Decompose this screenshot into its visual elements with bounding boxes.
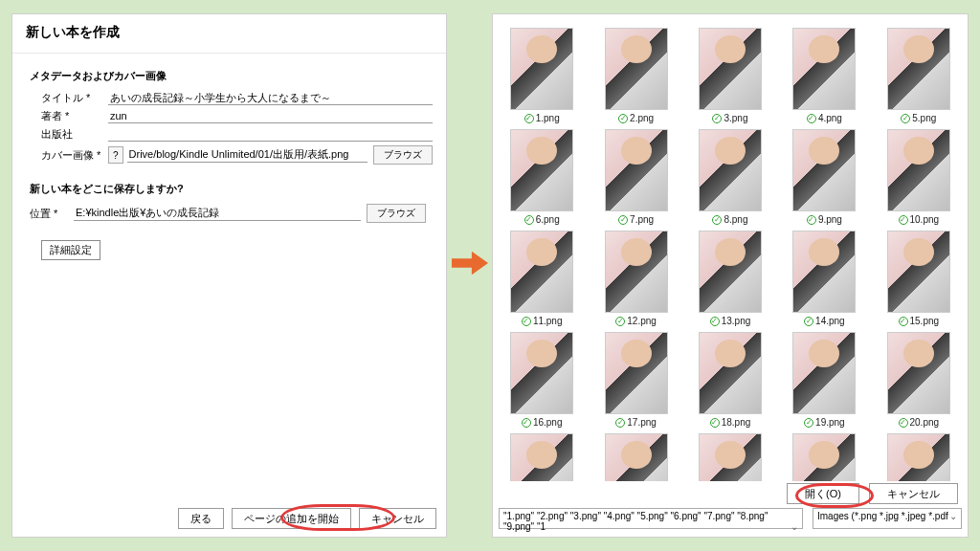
thumbnail-item[interactable]: ✓1.png	[499, 28, 585, 123]
check-icon: ✓	[804, 317, 813, 326]
title-input[interactable]	[108, 91, 433, 105]
thumbnail-image	[510, 231, 573, 313]
publisher-row: 出版社	[41, 127, 433, 142]
thumbnail-filename: 8.png	[724, 214, 747, 225]
thumbnail-item[interactable]: ✓5.png	[876, 28, 962, 123]
file-dialog-inputs: "1.png" "2.png" "3.png" "4.png" "5.png" …	[499, 508, 962, 529]
open-button[interactable]: 開く(O)	[787, 483, 859, 504]
thumbnail-label: ✓4.png	[807, 113, 842, 123]
check-icon: ✓	[804, 418, 813, 428]
thumbnail-image	[887, 231, 950, 313]
check-icon: ✓	[712, 114, 722, 123]
thumbnail-image	[792, 28, 856, 110]
file-cancel-button[interactable]: キャンセル	[869, 483, 958, 504]
arrow-icon	[452, 249, 488, 277]
thumbnail-image	[605, 433, 668, 481]
thumbnail-label: ✓2.png	[618, 113, 654, 123]
location-input[interactable]	[74, 207, 361, 221]
thumbnail-label: ✓13.png	[710, 316, 751, 326]
cancel-button[interactable]: キャンセル	[359, 508, 436, 529]
check-icon: ✓	[522, 418, 531, 428]
author-row: 著者 *	[41, 109, 433, 123]
thumbnail-image	[887, 433, 950, 481]
thumbnail-filename: 17.png	[627, 417, 657, 428]
location-row: 位置 * ブラウズ	[30, 204, 433, 223]
publisher-input[interactable]	[108, 127, 433, 142]
thumbnail-item[interactable]: ✓11.png	[499, 231, 585, 326]
thumbnail-image	[792, 129, 856, 211]
thumbnail-label: ✓17.png	[615, 417, 657, 428]
thumbnail-item[interactable]: ✓16.png	[499, 332, 585, 428]
thumbnail-item[interactable]: ✓18.png	[687, 332, 773, 428]
start-add-pages-button[interactable]: ページの追加を開始	[232, 508, 351, 529]
check-icon: ✓	[899, 418, 908, 428]
thumbnail-label: ✓14.png	[804, 316, 845, 326]
cover-label: カバー画像 *	[41, 148, 108, 163]
thumbnail-item[interactable]: ✓6.png	[499, 129, 585, 225]
thumbnail-filename: 12.png	[627, 316, 657, 326]
thumbnail-image	[510, 28, 573, 110]
thumbnail-image	[510, 129, 573, 211]
thumbnail-label: ✓11.png	[522, 316, 563, 326]
thumbnail-item[interactable]: ✓9.png	[781, 129, 867, 225]
thumbnail-label: ✓20.png	[899, 417, 940, 428]
thumbnail-item[interactable]: ✓22.png	[592, 433, 679, 481]
file-dialog-buttons: 開く(O) キャンセル	[787, 483, 958, 504]
thumbnail-image	[699, 231, 762, 313]
thumbnail-item[interactable]: ✓4.png	[781, 28, 867, 123]
thumbnail-image	[510, 332, 573, 414]
thumbnail-item[interactable]: ✓25.png	[876, 433, 962, 481]
thumbnail-item[interactable]: ✓2.png	[592, 28, 679, 123]
thumbnail-item[interactable]: ✓7.png	[592, 129, 679, 225]
check-icon: ✓	[615, 317, 625, 326]
thumbnail-image	[605, 231, 668, 313]
thumbnail-filename: 5.png	[912, 113, 936, 123]
check-icon: ✓	[524, 114, 534, 123]
check-icon: ✓	[618, 215, 628, 225]
thumbnail-item[interactable]: ✓12.png	[592, 231, 679, 326]
location-browse-button[interactable]: ブラウズ	[367, 204, 426, 223]
thumbnail-image	[699, 28, 762, 110]
cover-browse-button[interactable]: ブラウズ	[373, 145, 433, 165]
thumbnail-image	[605, 28, 668, 110]
publisher-label: 出版社	[41, 127, 108, 142]
thumbnail-item[interactable]: ✓15.png	[876, 231, 962, 326]
cover-row: カバー画像 * ? ブラウズ	[41, 145, 433, 165]
check-icon: ✓	[899, 317, 908, 326]
thumbnail-image	[699, 433, 762, 481]
thumbnail-filename: 6.png	[536, 214, 560, 225]
thumbnail-item[interactable]: ✓23.png	[687, 433, 773, 481]
thumbnail-image	[699, 129, 762, 211]
advanced-settings-button[interactable]: 詳細設定	[41, 240, 100, 260]
thumbnail-filename: 3.png	[724, 113, 747, 123]
file-open-dialog: ✓1.png✓2.png✓3.png✓4.png✓5.png✓6.png✓7.p…	[492, 13, 969, 538]
thumbnail-label: ✓3.png	[712, 113, 747, 123]
title-row: タイトル *	[41, 91, 433, 105]
cover-help-button[interactable]: ?	[108, 146, 123, 164]
thumbnail-item[interactable]: ✓21.png	[499, 433, 585, 481]
dialog-footer: 戻る ページの追加を開始 キャンセル	[22, 500, 436, 529]
check-icon: ✓	[524, 215, 534, 225]
thumbnail-item[interactable]: ✓20.png	[876, 332, 962, 428]
thumbnail-item[interactable]: ✓24.png	[781, 433, 867, 481]
thumbnail-item[interactable]: ✓14.png	[781, 231, 867, 326]
cover-input[interactable]	[127, 148, 368, 163]
thumbnail-item[interactable]: ✓10.png	[876, 129, 962, 225]
filetype-filter[interactable]: Images (*.png *.jpg *.jpeg *.pdf	[813, 508, 962, 529]
thumbnail-image	[887, 332, 950, 414]
thumbnail-image	[792, 231, 856, 313]
thumbnail-filename: 9.png	[818, 214, 842, 225]
thumbnail-item[interactable]: ✓19.png	[781, 332, 867, 428]
thumbnail-item[interactable]: ✓17.png	[592, 332, 679, 428]
thumbnail-filename: 1.png	[536, 113, 560, 123]
thumbnail-filename: 10.png	[910, 214, 940, 225]
create-book-dialog: 新しい本を作成 メタデータおよびカバー画像 タイトル * 著者 * 出版社 カバ…	[11, 13, 447, 538]
thumbnail-item[interactable]: ✓8.png	[687, 129, 773, 225]
back-button[interactable]: 戻る	[178, 508, 224, 529]
metadata-section-header: メタデータおよびカバー画像	[30, 69, 433, 83]
author-input[interactable]	[108, 109, 433, 123]
thumbnail-label: ✓5.png	[901, 113, 936, 123]
thumbnail-item[interactable]: ✓3.png	[687, 28, 773, 123]
thumbnail-item[interactable]: ✓13.png	[687, 231, 773, 326]
filename-input[interactable]: "1.png" "2.png" "3.png" "4.png" "5.png" …	[499, 508, 803, 529]
